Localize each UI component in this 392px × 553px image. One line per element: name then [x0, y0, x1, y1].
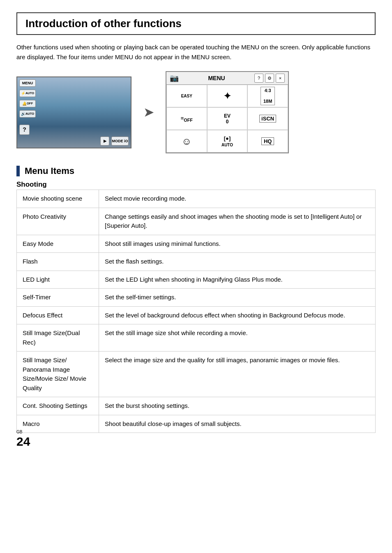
cam-flash-icon: ⚡AUTO	[19, 90, 36, 97]
table-row: Still Image Size(Dual Rec)Set the still …	[17, 324, 376, 352]
table-cell-item: Still Image Size/ Panorama Image Size/Mo…	[17, 352, 99, 397]
settings-icon: ⚙	[265, 74, 274, 83]
table-row: Easy ModeShoot still images using minima…	[17, 235, 376, 253]
table-cell-item: Movie shooting scene	[17, 190, 99, 208]
camera-illustration: MENU ⚡AUTO 🔔OFF 🔊AUTO ? MODE iO ▶ ➤ 📷 ME…	[16, 71, 376, 153]
menu-header-title: MENU	[208, 75, 225, 81]
table-cell-description: Select the image size and the quality fo…	[99, 352, 376, 397]
table-cell-description: Shoot beautiful close-up images of small…	[99, 415, 376, 433]
table-row: MacroShoot beautiful close-up images of …	[17, 415, 376, 433]
table-row: Still Image Size/ Panorama Image Size/Mo…	[17, 352, 376, 397]
gb-label: GB	[16, 430, 22, 434]
table-cell-item: Photo Creativity	[17, 208, 99, 235]
table-cell-description: Change settings easily and shoot images …	[99, 208, 376, 235]
menu-cell-face: ☺	[166, 130, 207, 153]
table-cell-description: Shoot still images using minimal functio…	[99, 235, 376, 253]
cam-play-icon: ▶	[100, 137, 109, 146]
table-cell-item: Cont. Shooting Settings	[17, 397, 99, 415]
menu-header-camera-icon: 📷	[170, 74, 179, 83]
table-row: Photo CreativityChange settings easily a…	[17, 208, 376, 235]
menu-header-icons: ? ⚙ ×	[254, 74, 285, 83]
menu-cell-hq: HQ	[247, 130, 288, 153]
close-icon: ×	[276, 74, 285, 83]
table-cell-item: Still Image Size(Dual Rec)	[17, 324, 99, 352]
table-cell-item: LED Light	[17, 271, 99, 289]
table-cell-description: Set the flash settings.	[99, 253, 376, 271]
table-cell-description: Set the self-timer settings.	[99, 289, 376, 307]
menu-cell-ratio: 4:318M	[247, 85, 288, 107]
table-cell-item: Easy Mode	[17, 235, 99, 253]
table-row: Cont. Shooting SettingsSet the burst sho…	[17, 397, 376, 415]
table-cell-item: Self-Timer	[17, 289, 99, 307]
table-row: LED LightSet the LED Light when shooting…	[17, 271, 376, 289]
cam-mode-icon: MODE iO	[111, 137, 129, 146]
menu-cell-eq-off: ≡OFF	[166, 107, 207, 130]
cam-q-icon: ?	[19, 125, 30, 135]
menu-cell-iq: ✦	[207, 85, 248, 107]
table-cell-description: Set the LED Light when shooting in Magni…	[99, 271, 376, 289]
menu-cell-ev: EV0	[207, 107, 248, 130]
page-title: Introduction of other functions	[16, 12, 376, 35]
menu-grid-header: 📷 MENU ? ⚙ ×	[166, 72, 288, 85]
table-row: Defocus EffectSet the level of backgroun…	[17, 306, 376, 324]
table-cell-description: Set the still image size shot while reco…	[99, 324, 376, 352]
table-cell-description: Set the level of background defocus effe…	[99, 306, 376, 324]
menu-grid-body: EASY ✦ 4:318M ≡OFF EV0 iSCN ☺ [●]AUTO	[166, 85, 288, 153]
table-cell-description: Select movie recording mode.	[99, 190, 376, 208]
page-number: 24	[16, 435, 30, 448]
menu-cell-easy: EASY	[166, 85, 207, 107]
page-num-area: GB 24	[16, 435, 30, 449]
camera-screen: MENU ⚡AUTO 🔔OFF 🔊AUTO ? MODE iO ▶	[16, 76, 131, 148]
intro-text: Other functions used when shooting or pl…	[16, 42, 376, 62]
menu-items-table: Movie shooting sceneSelect movie recordi…	[16, 190, 376, 433]
help-icon: ?	[254, 74, 263, 83]
section-title: Menu Items	[16, 166, 376, 176]
table-cell-item: Macro	[17, 415, 99, 433]
section-title-bar	[16, 166, 20, 176]
subsection-title: Shooting	[16, 180, 376, 189]
table-cell-description: Set the burst shooting settings.	[99, 397, 376, 415]
cam-self-icon: 🔔OFF	[19, 100, 36, 107]
table-row: Self-TimerSet the self-timer settings.	[17, 289, 376, 307]
page-footer: GB 24	[16, 435, 376, 449]
table-row: Movie shooting sceneSelect movie recordi…	[17, 190, 376, 208]
menu-cell-auto: [●]AUTO	[207, 130, 248, 153]
arrow-symbol: ➤	[144, 106, 153, 119]
menu-grid: 📷 MENU ? ⚙ × EASY ✦ 4:318M ≡OFF EV0	[166, 71, 289, 153]
cam-vol-icon: 🔊AUTO	[19, 110, 36, 118]
table-cell-item: Defocus Effect	[17, 306, 99, 324]
cam-menu-icon: MENU	[19, 79, 36, 87]
menu-cell-scn: iSCN	[247, 107, 288, 130]
table-cell-item: Flash	[17, 253, 99, 271]
table-row: FlashSet the flash settings.	[17, 253, 376, 271]
